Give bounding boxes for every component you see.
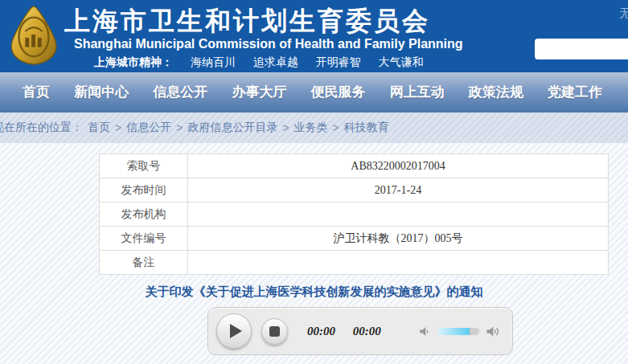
stop-icon bbox=[269, 326, 280, 337]
meta-value-doc-number: 沪卫计科教（2017）005号 bbox=[188, 227, 609, 251]
table-row: 文件编号 沪卫计科教（2017）005号 bbox=[100, 227, 609, 251]
play-icon bbox=[230, 324, 242, 338]
volume-fill bbox=[437, 328, 470, 335]
meta-label-publish-org: 发布机构 bbox=[100, 202, 188, 227]
table-row: 备注 bbox=[100, 251, 609, 275]
meta-label-doc-number: 文件编号 bbox=[100, 227, 188, 251]
table-row: 发布时间 2017-1-24 bbox=[100, 178, 609, 202]
nav-item-policies[interactable]: 政策法规 bbox=[469, 83, 523, 101]
meta-label-remarks: 备注 bbox=[100, 251, 188, 275]
table-row: 发布机构 bbox=[100, 202, 609, 227]
play-button[interactable] bbox=[216, 313, 252, 349]
nav-item-service-hall[interactable]: 办事大厅 bbox=[232, 83, 286, 101]
volume-controls bbox=[417, 323, 501, 340]
volume-knob[interactable] bbox=[470, 328, 479, 335]
breadcrumb-item-info-disclosure[interactable]: 信息公开 bbox=[126, 121, 171, 135]
audio-player: 00:00 00:00 bbox=[207, 307, 513, 355]
slogan-item: 开明睿智 bbox=[316, 55, 361, 68]
breadcrumb-separator: > bbox=[282, 121, 289, 134]
slogan-item: 追求卓越 bbox=[253, 55, 298, 68]
breadcrumb-item-home[interactable]: 首页 bbox=[88, 121, 110, 135]
slogan-label: 上海城市精神： bbox=[94, 55, 173, 68]
stop-button[interactable] bbox=[261, 318, 288, 345]
breadcrumb-separator: > bbox=[333, 121, 339, 134]
nav-item-public-services[interactable]: 便民服务 bbox=[311, 83, 366, 101]
site-subtitle: Shanghai Municipal Commission of Health … bbox=[74, 37, 463, 51]
nav-item-party-building[interactable]: 党建工作 bbox=[548, 83, 602, 101]
site-header: 上海市卫生和计划生育委员会 Shanghai Municipal Commiss… bbox=[0, 0, 628, 72]
breadcrumb-separator: > bbox=[176, 121, 183, 134]
breadcrumb: 现在所在的位置： 首页 > 信息公开 > 政府信息公开目录 > 业务类 > 科技… bbox=[0, 111, 628, 143]
commission-logo-icon bbox=[6, 3, 61, 67]
content-area: 索取号 AB83220002017004 发布时间 2017-1-24 发布机构… bbox=[0, 143, 628, 364]
meta-value-remarks bbox=[188, 251, 609, 275]
meta-label-index-number: 索取号 bbox=[100, 154, 188, 178]
volume-down-icon[interactable] bbox=[417, 324, 433, 339]
breadcrumb-separator: > bbox=[115, 121, 121, 134]
main-nav: 首页 新闻中心 信息公开 办事大厅 便民服务 网上互动 政策法规 党建工作 bbox=[0, 72, 628, 111]
volume-slider[interactable] bbox=[437, 328, 479, 335]
city-spirit-slogan: 上海城市精神： 海纳百川 追求卓越 开明睿智 大气谦和 bbox=[94, 55, 424, 70]
site-title: 上海市卫生和计划生育委员会 bbox=[64, 4, 430, 39]
total-time: 00:00 bbox=[353, 325, 381, 337]
breadcrumb-item-business[interactable]: 业务类 bbox=[294, 121, 328, 135]
time-display: 00:00 00:00 bbox=[307, 325, 381, 338]
breadcrumb-item-directory[interactable]: 政府信息公开目录 bbox=[187, 121, 277, 135]
slogan-item: 大气谦和 bbox=[379, 55, 424, 68]
nav-item-news[interactable]: 新闻中心 bbox=[74, 83, 129, 101]
breadcrumb-item-scitech-education[interactable]: 科技教育 bbox=[344, 121, 389, 135]
search-input[interactable] bbox=[535, 39, 628, 59]
breadcrumb-prefix: 现在所在的位置： bbox=[0, 121, 83, 135]
meta-value-publish-org bbox=[188, 202, 609, 227]
document-title: 关于印发《关于促进上海医学科技创新发展的实施意见》的通知 bbox=[0, 284, 628, 300]
slogan-item: 海纳百川 bbox=[191, 55, 236, 68]
meta-value-publish-date: 2017-1-24 bbox=[188, 178, 609, 202]
nav-item-home[interactable]: 首页 bbox=[23, 83, 50, 101]
document-meta-table: 索取号 AB83220002017004 发布时间 2017-1-24 发布机构… bbox=[99, 153, 609, 275]
table-row: 索取号 AB83220002017004 bbox=[100, 154, 609, 178]
accessibility-link[interactable]: 无 bbox=[619, 6, 628, 21]
nav-item-info-disclosure[interactable]: 信息公开 bbox=[153, 83, 207, 101]
meta-value-index-number: AB83220002017004 bbox=[188, 154, 609, 178]
meta-label-publish-date: 发布时间 bbox=[100, 178, 188, 202]
volume-up-icon[interactable] bbox=[484, 323, 501, 340]
current-time: 00:00 bbox=[307, 325, 335, 337]
nav-item-online-interaction[interactable]: 网上互动 bbox=[390, 83, 445, 101]
